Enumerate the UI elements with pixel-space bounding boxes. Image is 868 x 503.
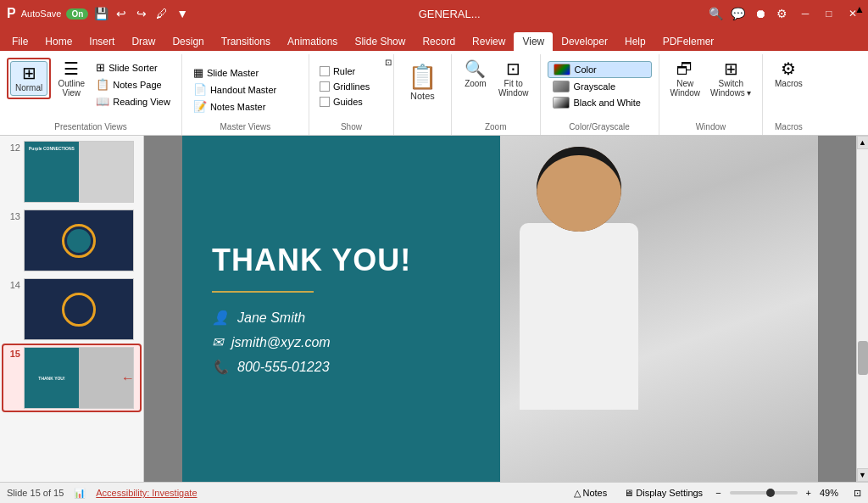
show-label: Show [341, 122, 362, 131]
customize-icon[interactable]: 🖊 [154, 6, 170, 21]
master-views-label: Master Views [220, 122, 271, 131]
ruler-checkbox[interactable]: Ruler [316, 64, 387, 78]
zoom-out-icon[interactable]: − [715, 488, 721, 498]
handout-master-button[interactable]: 📄 Handout Master [189, 81, 302, 98]
tab-view[interactable]: View [514, 32, 553, 51]
tab-design[interactable]: Design [164, 32, 212, 51]
scroll-up-button[interactable]: ▲ [857, 136, 869, 149]
color-swatch [554, 64, 570, 75]
tab-transitions[interactable]: Transitions [213, 32, 279, 51]
minimize-button[interactable]: ─ [797, 5, 814, 22]
notes-button[interactable]: 📋 Notes [401, 58, 444, 106]
guides-checkbox[interactable]: Guides [316, 95, 387, 109]
tab-record[interactable]: Record [414, 32, 464, 51]
macros-label-group: Macros [775, 122, 803, 131]
fit-window-button[interactable]: ⊡ Fit toWindow [494, 58, 533, 100]
view-mode-icon: 📊 [74, 488, 86, 499]
normal-view-button[interactable]: ⊞ Normal [10, 61, 47, 96]
show-expand-icon[interactable]: ⊡ [385, 58, 392, 67]
slide-sorter-button[interactable]: ⊞ Slide Sorter [92, 59, 175, 75]
notes-master-button[interactable]: 📝 Notes Master [189, 98, 302, 115]
scroll-thumb[interactable] [858, 341, 868, 375]
title-bar-left: P AutoSave On 💾 ↩ ↪ 🖊 ▼ [7, 6, 190, 21]
zoom-level[interactable]: 49% [820, 488, 845, 498]
fit-screen-icon[interactable]: ⊡ [854, 488, 861, 499]
color-button[interactable]: Color [548, 61, 652, 78]
ruler-cb-box [320, 66, 330, 76]
tab-slideshow[interactable]: Slide Show [346, 32, 414, 51]
status-notes-label: Notes [583, 488, 608, 498]
tab-insert[interactable]: Insert [81, 32, 123, 51]
notes-page-icon: 📋 [96, 78, 109, 91]
search-icon[interactable]: 🔍 [709, 6, 724, 21]
macros-button[interactable]: ⚙ Macros [771, 58, 807, 91]
tab-home[interactable]: Home [36, 32, 81, 51]
more-options-icon[interactable]: ⚙ [775, 6, 790, 21]
person-icon: 👤 [212, 310, 229, 326]
grayscale-button[interactable]: Grayscale [548, 79, 652, 94]
grayscale-label: Grayscale [574, 81, 616, 92]
autosave-label: AutoSave [21, 8, 62, 19]
undo-icon[interactable]: ↩ [114, 6, 129, 21]
maximize-button[interactable]: □ [821, 5, 837, 22]
notes-caret-icon: △ [574, 488, 581, 499]
reading-view-button[interactable]: 📖 Reading View [92, 93, 175, 109]
slide-item-13[interactable]: 13 [3, 208, 140, 273]
title-bar: P AutoSave On 💾 ↩ ↪ 🖊 ▼ GENERAL... 🔍 💬 ⏺… [0, 0, 868, 27]
autosave-toggle[interactable]: On [66, 8, 88, 20]
ribbon-collapse-button[interactable]: ▲ [851, 0, 868, 19]
slide-item-15[interactable]: 15 THANK YOU! ← [3, 345, 140, 411]
powerpoint-logo: P [7, 6, 16, 21]
new-window-button[interactable]: 🗗 NewWindow [666, 58, 705, 100]
slide-divider [212, 291, 314, 293]
tab-animations[interactable]: Animations [279, 32, 346, 51]
status-notes-button[interactable]: △ Notes [570, 486, 612, 500]
display-settings-button[interactable]: 🖥 Display Settings [620, 486, 707, 500]
slide-sorter-icon: ⊞ [96, 61, 105, 74]
share-icon[interactable]: 💬 [731, 6, 746, 21]
notes-page-button[interactable]: 📋 Notes Page [92, 76, 175, 92]
tab-help[interactable]: Help [616, 32, 654, 51]
zoom-in-icon[interactable]: + [806, 488, 811, 498]
slide-item-14[interactable]: 14 [3, 277, 140, 342]
tab-review[interactable]: Review [464, 32, 514, 51]
contact-email-row: ✉ jsmith@xyz.com [212, 334, 470, 350]
bw-swatch [553, 97, 570, 109]
tab-file[interactable]: File [3, 32, 36, 51]
switch-windows-button[interactable]: ⊞ SwitchWindows ▾ [706, 58, 755, 100]
zoom-slider[interactable] [730, 491, 798, 495]
more-icon[interactable]: ▼ [175, 6, 190, 21]
scroll-down-button[interactable]: ▼ [857, 468, 869, 482]
display-icon: 🖥 [624, 488, 633, 498]
accessibility-text[interactable]: Accessibility: Investigate [96, 488, 197, 498]
gridlines-checkbox[interactable]: Gridlines [316, 80, 387, 93]
contact-phone: 800-555-01223 [237, 360, 330, 375]
redo-icon[interactable]: ↪ [134, 6, 149, 21]
save-icon[interactable]: 💾 [93, 6, 108, 21]
record-icon[interactable]: ⏺ [753, 6, 768, 21]
main-area: 12 Purple CONNECTIONS 13 14 [0, 136, 868, 482]
contact-email: jsmith@xyz.com [231, 335, 331, 350]
grayscale-swatch [553, 81, 570, 92]
tab-pdfelemer[interactable]: PDFelemer [654, 32, 723, 51]
slide-num-13: 13 [5, 210, 20, 221]
zoom-items: 🔍 Zoom ⊡ Fit toWindow [459, 58, 533, 131]
slide-photo [469, 136, 819, 482]
zoom-button[interactable]: 🔍 Zoom [459, 58, 492, 91]
phone-icon: 📞 [212, 359, 229, 375]
guides-cb-box [320, 97, 330, 107]
email-icon: ✉ [212, 334, 223, 350]
zoom-label-group: Zoom [485, 122, 507, 131]
presentation-views-row: ⊞ Normal ☰ OutlineView ⊞ Slide Sorter 📋 … [7, 58, 175, 131]
slide-item-12[interactable]: 12 Purple CONNECTIONS [3, 139, 140, 204]
pv-small-group: ⊞ Slide Sorter 📋 Notes Page 📖 Reading Vi… [92, 58, 175, 109]
vertical-scrollbar[interactable]: ▲ ▼ [856, 136, 868, 482]
slide-master-button[interactable]: ▦ Slide Master [189, 64, 302, 81]
tab-draw[interactable]: Draw [123, 32, 164, 51]
normal-label: Normal [15, 83, 42, 92]
tab-developer[interactable]: Developer [553, 32, 616, 51]
scroll-track[interactable] [857, 149, 869, 468]
color-grayscale-group: Color Grayscale Black and White Color/Gr… [541, 54, 659, 135]
black-white-button[interactable]: Black and White [548, 95, 652, 110]
outline-view-button[interactable]: ☰ OutlineView [53, 58, 90, 100]
